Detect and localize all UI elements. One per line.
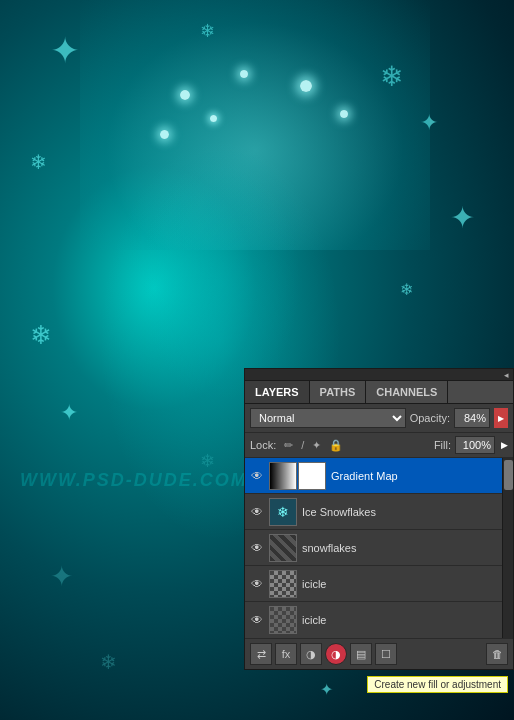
- layer-name: Gradient Map: [331, 470, 510, 482]
- layer-item[interactable]: 👁 icicle: [245, 602, 513, 638]
- layer-eye-icon[interactable]: 👁: [248, 503, 266, 521]
- opacity-arrow-button[interactable]: ▶: [494, 408, 508, 428]
- link-layers-button[interactable]: ⇄: [250, 643, 272, 665]
- lock-image-btn[interactable]: /: [299, 439, 306, 451]
- tab-channels[interactable]: CHANNELS: [366, 381, 448, 403]
- watermark: WWW.PSD-DUDE.COM: [20, 470, 248, 491]
- new-layer-button[interactable]: ☐: [375, 643, 397, 665]
- layer-item[interactable]: 👁 icicle: [245, 566, 513, 602]
- layer-thumbnail: [269, 606, 297, 634]
- panel-container: ◂ LAYERS PATHS CHANNELS Normal Dissolve …: [244, 368, 514, 670]
- tooltip-create-fill: Create new fill or adjustment: [367, 676, 508, 693]
- blend-mode-select[interactable]: Normal Dissolve Multiply Screen Overlay: [250, 408, 406, 428]
- lock-transparent-btn[interactable]: ✏: [282, 439, 295, 452]
- fill-arrow-icon: ▶: [501, 440, 508, 450]
- layer-thumbnail: [269, 534, 297, 562]
- create-fill-adjustment-button[interactable]: ◑: [325, 643, 347, 665]
- layer-name: icicle: [302, 578, 510, 590]
- fill-label: Fill:: [434, 439, 451, 451]
- lock-all-btn[interactable]: 🔒: [327, 439, 345, 452]
- layer-eye-icon[interactable]: 👁: [248, 575, 266, 593]
- tabs-row: LAYERS PATHS CHANNELS: [245, 381, 513, 404]
- layer-thumb-container: [269, 606, 297, 634]
- layers-scrollbar[interactable]: [502, 458, 513, 638]
- layer-eye-icon[interactable]: 👁: [248, 539, 266, 557]
- scrollbar-thumb: [504, 460, 513, 490]
- layer-effects-button[interactable]: fx: [275, 643, 297, 665]
- layer-name: icicle: [302, 614, 510, 626]
- layer-thumb-container: [269, 534, 297, 562]
- layer-item[interactable]: 👁 snowflakes: [245, 530, 513, 566]
- layer-thumb-container: [269, 570, 297, 598]
- layer-name: Ice Snowflakes: [302, 506, 510, 518]
- tab-paths[interactable]: PATHS: [310, 381, 367, 403]
- layer-thumbnail: [269, 462, 297, 490]
- half-circle-icon: ◑: [331, 648, 341, 661]
- collapse-arrow-icon: ◂: [504, 370, 509, 380]
- layer-thumbnail: [269, 570, 297, 598]
- blend-opacity-row: Normal Dissolve Multiply Screen Overlay …: [245, 404, 513, 433]
- bottom-toolbar: ⇄ fx ◑ ◑ ▤ ☐ 🗑 Create new fill or adjust…: [245, 638, 513, 669]
- lock-position-btn[interactable]: ✦: [310, 439, 323, 452]
- layer-thumb-container: [269, 462, 326, 490]
- new-group-button[interactable]: ▤: [350, 643, 372, 665]
- layer-item[interactable]: 👁 ❄ Ice Snowflakes: [245, 494, 513, 530]
- layer-thumb-container: ❄: [269, 498, 297, 526]
- tab-layers[interactable]: LAYERS: [245, 381, 310, 403]
- opacity-label: Opacity:: [410, 412, 450, 424]
- layer-mask-thumbnail: [298, 462, 326, 490]
- layer-name: snowflakes: [302, 542, 510, 554]
- add-mask-button[interactable]: ◑: [300, 643, 322, 665]
- layers-list: 👁 Gradient Map 👁 ❄ Ice Snowflakes 👁 snow…: [245, 458, 513, 638]
- layer-thumbnail: ❄: [269, 498, 297, 526]
- layer-item[interactable]: 👁 Gradient Map: [245, 458, 513, 494]
- fill-input[interactable]: [455, 436, 495, 454]
- layer-eye-icon[interactable]: 👁: [248, 611, 266, 629]
- delete-layer-button[interactable]: 🗑: [486, 643, 508, 665]
- panel-collapse-bar[interactable]: ◂: [245, 369, 513, 381]
- opacity-input[interactable]: [454, 408, 490, 428]
- lock-label: Lock:: [250, 439, 276, 451]
- lock-fill-row: Lock: ✏ / ✦ 🔒 Fill: ▶: [245, 433, 513, 458]
- layer-eye-icon[interactable]: 👁: [248, 467, 266, 485]
